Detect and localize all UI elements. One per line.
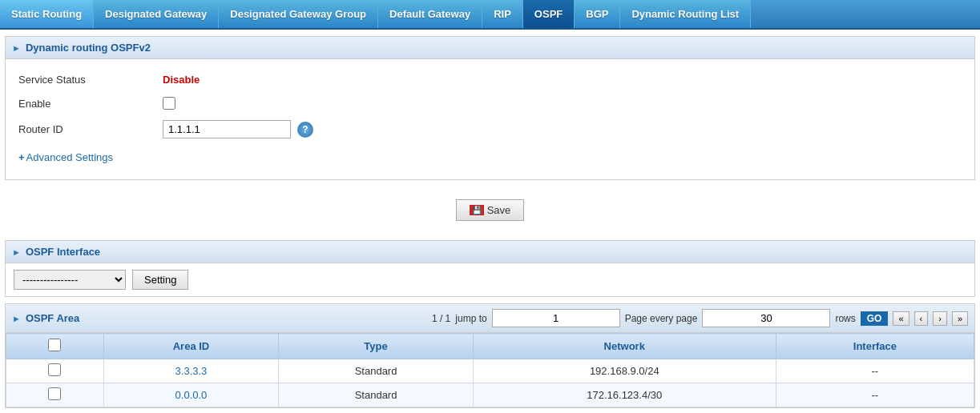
- enable-label: Enable: [18, 98, 163, 110]
- router-id-row: Router ID ?: [18, 115, 962, 143]
- rows-label: rows: [835, 313, 855, 324]
- tab-dynamic-routing-list[interactable]: Dynamic Routing List: [620, 0, 751, 28]
- row-checkbox-cell: [6, 359, 104, 383]
- plus-icon: +: [18, 151, 25, 163]
- table-row: 0.0.0.0 Standard 172.16.123.4/30 --: [6, 383, 974, 407]
- tab-rip[interactable]: RIP: [482, 0, 523, 28]
- router-id-help-icon[interactable]: ?: [297, 122, 313, 138]
- row-network: 192.168.9.0/24: [473, 359, 776, 383]
- jump-to-input[interactable]: [492, 309, 620, 327]
- enable-value: [163, 97, 175, 110]
- service-status-value: Disable: [163, 74, 200, 86]
- ospf-interface-select[interactable]: ----------------: [14, 270, 126, 290]
- row-area-id[interactable]: 0.0.0.0: [103, 383, 279, 407]
- col-network: Network: [473, 334, 776, 359]
- ospf-area-table: Area ID Type Network Interface 3.3.3.3 S…: [6, 333, 974, 407]
- advanced-settings-row: +Advanced Settings: [18, 143, 962, 171]
- advanced-settings-link[interactable]: +Advanced Settings: [18, 148, 113, 166]
- first-page-button[interactable]: «: [893, 311, 909, 326]
- ospf-area-header: ► OSPF Area 1 / 1 jump to Page every pag…: [6, 304, 974, 333]
- row-network: 172.16.123.4/30: [473, 383, 776, 407]
- col-checkbox: [6, 334, 104, 359]
- ospfv2-title: Dynamic routing OSPFv2: [26, 42, 151, 54]
- ospf-area-arrow-icon: ►: [12, 314, 21, 323]
- select-all-checkbox[interactable]: [48, 339, 61, 351]
- row-type: Standard: [279, 359, 473, 383]
- router-id-input[interactable]: [163, 120, 291, 138]
- row-interface: --: [776, 383, 974, 407]
- tab-designated-gateway[interactable]: Designated Gateway: [94, 0, 219, 28]
- row-checkbox[interactable]: [48, 387, 61, 400]
- row-checkbox[interactable]: [48, 363, 61, 376]
- ospfv2-section-header: ► Dynamic routing OSPFv2: [6, 37, 974, 59]
- row-area-id[interactable]: 3.3.3.3: [103, 359, 279, 383]
- save-label: Save: [487, 204, 511, 216]
- router-id-value: ?: [163, 120, 313, 138]
- ospf-interface-controls: ---------------- Setting: [6, 263, 974, 296]
- enable-row: Enable: [18, 91, 962, 115]
- ospf-area-title: OSPF Area: [26, 312, 79, 324]
- go-button[interactable]: GO: [861, 311, 889, 326]
- ospfv2-section: ► Dynamic routing OSPFv2 Service Status …: [5, 36, 975, 180]
- router-id-label: Router ID: [18, 123, 163, 135]
- jump-to-label: jump to: [455, 313, 486, 324]
- save-icon: 💾: [470, 205, 484, 215]
- ospf-area-title-group: ► OSPF Area: [12, 312, 79, 324]
- row-interface: --: [776, 359, 974, 383]
- tab-designated-gateway-group[interactable]: Designated Gateway Group: [219, 0, 378, 28]
- enable-checkbox[interactable]: [163, 97, 175, 110]
- tab-bar: Static Routing Designated Gateway Design…: [0, 0, 980, 30]
- tab-bgp[interactable]: BGP: [575, 0, 620, 28]
- service-status-text: Disable: [163, 74, 200, 86]
- ospf-interface-title: OSPF Interface: [26, 246, 100, 258]
- table-header-row: Area ID Type Network Interface: [6, 334, 974, 359]
- setting-button[interactable]: Setting: [132, 270, 188, 290]
- next-page-button[interactable]: ›: [933, 311, 947, 326]
- tab-ospf[interactable]: OSPF: [523, 0, 575, 28]
- table-row: 3.3.3.3 Standard 192.168.9.0/24 --: [6, 359, 974, 383]
- col-type: Type: [279, 334, 473, 359]
- advanced-settings-label: Advanced Settings: [26, 151, 113, 163]
- ospf-interface-arrow-icon: ►: [12, 247, 21, 257]
- row-checkbox-cell: [6, 383, 104, 407]
- page-info: 1 / 1: [432, 313, 450, 324]
- save-button[interactable]: 💾 Save: [456, 199, 525, 221]
- ospf-area-section: ► OSPF Area 1 / 1 jump to Page every pag…: [5, 303, 975, 408]
- prev-page-button[interactable]: ‹: [914, 311, 929, 326]
- last-page-button[interactable]: »: [952, 311, 968, 326]
- service-status-row: Service Status Disable: [18, 67, 962, 91]
- save-area: 💾 Save: [0, 186, 980, 234]
- tab-default-gateway[interactable]: Default Gateway: [378, 0, 482, 28]
- page-size-input[interactable]: [702, 309, 830, 327]
- ospfv2-arrow-icon: ►: [12, 43, 21, 53]
- col-interface: Interface: [776, 334, 974, 359]
- ospf-interface-section: ► OSPF Interface ---------------- Settin…: [5, 240, 975, 297]
- col-area-id: Area ID: [103, 334, 279, 359]
- ospfv2-form: Service Status Disable Enable Router ID …: [6, 59, 974, 179]
- service-status-label: Service Status: [18, 74, 163, 86]
- ospf-interface-header: ► OSPF Interface: [6, 241, 974, 263]
- pagination-area: 1 / 1 jump to Page every page rows GO « …: [432, 309, 968, 327]
- tab-static-routing[interactable]: Static Routing: [0, 0, 94, 28]
- page-every-label: Page every page: [625, 313, 698, 324]
- row-type: Standard: [279, 383, 473, 407]
